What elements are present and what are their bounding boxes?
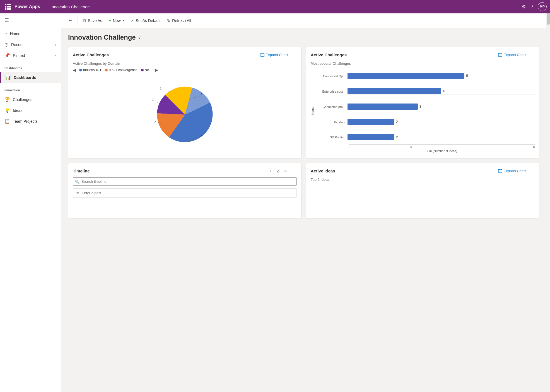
sidebar-item-pinned[interactable]: 📌 Pinned ∨ xyxy=(0,50,61,61)
x-axis-label: Sum (Number of ideas) xyxy=(348,149,535,153)
bar-chart-subtitle: Most popular Challenges xyxy=(311,61,535,66)
bar-value-3: 3 xyxy=(419,105,421,109)
search-icon: 🔍 xyxy=(75,179,79,184)
bar-area-2: 4 xyxy=(348,88,535,95)
legend-dot-iot xyxy=(79,69,82,71)
sidebar-challenges-label: Challenges xyxy=(13,97,57,102)
set-as-default-button[interactable]: ✓ Set As Default xyxy=(128,17,163,25)
dashboards-group-label: Dashboards xyxy=(0,62,61,71)
toolbar-separator-1 xyxy=(78,17,78,24)
timeline-search-input[interactable] xyxy=(73,177,297,186)
recent-chevron-icon: ∨ xyxy=(54,43,57,46)
sidebar-item-dashboards[interactable]: 📊 Dashboards xyxy=(0,72,61,83)
legend-label-iot: Industry IOT xyxy=(83,68,102,72)
sidebar-home-label: Home xyxy=(10,32,57,36)
ideas-expand-chart-button[interactable]: Expand Chart xyxy=(498,169,526,173)
sidebar-recent-label: Recent xyxy=(11,42,52,47)
settings-icon[interactable]: ⚙ xyxy=(522,4,526,10)
timeline-sort-button[interactable]: ≡ xyxy=(283,168,288,174)
bar-expand-chart-button[interactable]: Expand Chart xyxy=(498,53,526,57)
bar-fill-4 xyxy=(348,119,394,125)
bar-fill-2 xyxy=(348,88,441,94)
scrollbar-thumb[interactable] xyxy=(547,13,550,25)
page-title-row: Innovation Challenge ∨ xyxy=(68,33,539,41)
x-tick-5: 5 xyxy=(472,146,473,149)
bar-more-options-button[interactable]: ⋯ xyxy=(528,52,535,58)
active-challenges-bar-card: Active Challenges Expand Chart ⋯ Most po… xyxy=(306,47,539,158)
dashboards-icon: 📊 xyxy=(5,75,11,80)
bar-row-1: Connected Op... 5 xyxy=(315,73,535,79)
sidebar-item-challenges[interactable]: 🏆 Challenges xyxy=(0,94,61,105)
bar-row-4: Big data 2 xyxy=(315,119,535,125)
bar-expand-label: Expand Chart xyxy=(504,53,526,57)
bar-area-4: 2 xyxy=(348,119,535,125)
active-challenges-pie-card: Active Challenges Expand Chart ⋯ Active … xyxy=(68,47,301,158)
innovation-group-label: Innovation xyxy=(0,84,61,93)
legend-prev-icon[interactable]: ◀ xyxy=(73,68,76,72)
bar-value-5: 2 xyxy=(396,135,398,139)
bar-chart-title: Active Challenges xyxy=(311,52,496,57)
pie-chart-legend: ◀ Industry IOT IT/OT convergence Ne... xyxy=(73,68,297,72)
timeline-add-button[interactable]: + xyxy=(268,168,272,174)
new-plus-icon: + xyxy=(109,18,111,23)
svg-text:3: 3 xyxy=(200,92,202,96)
save-as-button[interactable]: ⊡ Save As xyxy=(80,17,105,25)
svg-text:2: 2 xyxy=(200,134,202,138)
scrollbar-track[interactable] xyxy=(546,13,550,392)
pie-expand-chart-button[interactable]: Expand Chart xyxy=(260,53,288,57)
pie-chart-svg: 3 2 1 1 2 xyxy=(149,78,221,151)
innovation-section: 🏆 Challenges 💡 Ideas 📋 Team Projects xyxy=(0,93,61,128)
expand-icon xyxy=(260,53,264,57)
y-axis-label-container: Name xyxy=(311,69,315,153)
waffle-menu[interactable] xyxy=(3,2,12,11)
timeline-filter-button[interactable]: ⊿ xyxy=(275,168,281,174)
bar-label-5: 3D Printing xyxy=(315,136,345,139)
help-icon[interactable]: ? xyxy=(530,4,533,10)
refresh-all-button[interactable]: ↻ Refresh All xyxy=(164,17,194,25)
page-title-dropdown-icon[interactable]: ∨ xyxy=(138,35,141,40)
bar-row-2: Enterprise sust... 4 xyxy=(315,88,535,95)
pie-chart-subtitle: Active Challenges by Domain xyxy=(73,61,297,66)
timeline-more-options-button[interactable]: ⋯ xyxy=(290,168,297,174)
ideas-more-options-button[interactable]: ⋯ xyxy=(528,168,535,174)
sidebar-item-team-projects[interactable]: 📋 Team Projects xyxy=(0,116,61,127)
svg-text:2: 2 xyxy=(154,120,156,124)
active-ideas-card: Active Ideas Expand Chart ⋯ Top 5 Ideas xyxy=(306,163,539,219)
bar-label-2: Enterprise sust... xyxy=(315,90,345,93)
back-button[interactable]: ← xyxy=(66,16,75,25)
new-button[interactable]: + New ▾ xyxy=(106,17,127,25)
x-tick-8: 8 xyxy=(533,146,535,149)
timeline-card: Timeline + ⊿ ≡ ⋯ 🔍 ✏ Enter a post xyxy=(68,163,301,219)
timeline-post-area[interactable]: ✏ Enter a post xyxy=(73,188,297,198)
bar-fill-5 xyxy=(348,134,394,140)
app-logo: Power Apps xyxy=(15,4,40,9)
challenges-icon: 🏆 xyxy=(4,97,10,102)
bar-chart-wrapper: Name Connected Op... 5 xyxy=(311,69,535,153)
x-tick-3: 3 xyxy=(410,146,412,149)
save-as-label: Save As xyxy=(88,18,102,23)
pie-more-options-button[interactable]: ⋯ xyxy=(290,52,297,58)
legend-label-new: Ne... xyxy=(145,68,152,72)
legend-dot-new xyxy=(141,69,144,71)
avatar[interactable]: MP xyxy=(538,2,547,11)
hamburger-menu[interactable]: ☰ xyxy=(0,13,61,27)
set-as-default-label: Set As Default xyxy=(136,18,161,23)
svg-line-8 xyxy=(165,91,170,91)
bar-row-5: 3D Printing 2 xyxy=(315,134,535,140)
sidebar-item-ideas[interactable]: 💡 Ideas xyxy=(0,105,61,116)
sidebar-team-projects-label: Team Projects xyxy=(13,119,57,124)
bar-expand-icon xyxy=(498,53,502,57)
bar-area-3: 3 xyxy=(348,104,535,110)
legend-item-iot: Industry IOT xyxy=(79,68,102,72)
ideas-icon: 💡 xyxy=(4,108,10,113)
sidebar-item-recent[interactable]: ◷ Recent ∨ xyxy=(0,39,61,50)
hamburger-icon: ☰ xyxy=(4,18,9,23)
bar-value-4: 2 xyxy=(396,120,398,124)
legend-label-itot: IT/OT convergence xyxy=(109,68,138,72)
sidebar-item-home[interactable]: ⌂ Home xyxy=(0,28,61,39)
legend-next-icon[interactable]: ▶ xyxy=(155,68,158,72)
refresh-all-label: Refresh All xyxy=(172,18,191,23)
timeline-search-wrapper: 🔍 xyxy=(73,177,297,186)
sidebar-pinned-label: Pinned xyxy=(13,53,52,58)
bar-chart-inner: Connected Op... 5 Enterprise sust... xyxy=(315,69,535,153)
